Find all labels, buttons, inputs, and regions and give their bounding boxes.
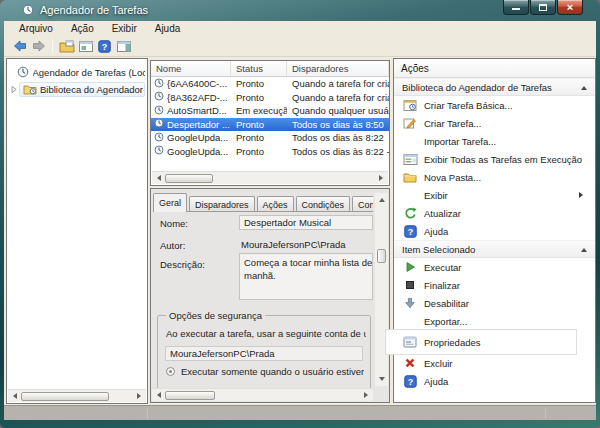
- action-label: Ajuda: [424, 226, 448, 237]
- action-pane-icon[interactable]: [114, 38, 133, 55]
- task-name: {8A362AFD-...: [167, 92, 228, 103]
- menu-acao[interactable]: Ação: [62, 21, 103, 36]
- window-title: Agendador de Tarefas: [40, 0, 148, 21]
- task-name-cell: Despertador ...: [151, 118, 231, 130]
- task-name: {6AA6400C-...: [167, 78, 227, 89]
- scroll-left-icon[interactable]: [152, 172, 165, 185]
- run-when-logged-on-option[interactable]: Executar somente quando o usuário estive…: [166, 366, 364, 377]
- task-row-despertador[interactable]: Despertador ...ProntoTodos os dias às 8:…: [151, 118, 389, 132]
- run-icon: [402, 260, 418, 274]
- menu-ajuda[interactable]: Ajuda: [146, 21, 190, 36]
- column-header-nome[interactable]: Nome: [151, 61, 231, 76]
- action-importar-tarefa[interactable]: Importar Tarefa...: [394, 132, 595, 150]
- action-atualizar[interactable]: Atualizar: [394, 204, 595, 222]
- titlebar[interactable]: Agendador de Tarefas ×: [0, 0, 600, 21]
- collapse-icon[interactable]: [581, 83, 587, 90]
- menu-arquivo[interactable]: Arquivo: [10, 21, 62, 36]
- task-detail-panel: GeralDisparadoresAçõesCondiçõesConfigura…: [150, 188, 390, 403]
- scroll-right-icon[interactable]: [375, 172, 388, 185]
- tree-hscroll-thumb[interactable]: [21, 392, 109, 401]
- task-name-cell: AutoSmartD...: [151, 105, 231, 117]
- author-value: MouraJefersonPC\Prada: [241, 239, 346, 250]
- action-label: Nova Pasta...: [424, 172, 481, 183]
- expander-icon[interactable]: [9, 85, 19, 94]
- action-finalizar[interactable]: Finalizar: [394, 276, 595, 294]
- scroll-up-icon[interactable]: [375, 193, 388, 206]
- action-exportar[interactable]: Exportar...: [394, 312, 595, 330]
- actions-group-biblioteca-do-agendador-de-tarefas[interactable]: Biblioteca do Agendador de Tarefas: [394, 78, 595, 96]
- console-tree-panel: Agendador de Tarefas (Local)Biblioteca d…: [6, 58, 148, 404]
- tree-item-agendador-de-tarefas-local[interactable]: Agendador de Tarefas (Local): [9, 64, 145, 80]
- action-label: Exportar...: [424, 316, 467, 327]
- scroll-left-icon[interactable]: [152, 389, 165, 402]
- task-name: GoogleUpda...: [167, 146, 228, 157]
- task-row-googleupda[interactable]: GoogleUpda...ProntoTodos os dias às 8:22…: [151, 145, 389, 159]
- task-row-8a362afd[interactable]: {8A362AFD-...ProntoQuando a tarefa for c…: [151, 91, 389, 105]
- action-label: Importar Tarefa...: [424, 136, 496, 147]
- security-options-group: Opções de segurança Ao executar a tarefa…: [157, 315, 371, 393]
- action-ajuda[interactable]: ?Ajuda: [394, 222, 595, 240]
- minimize-button[interactable]: [503, 0, 529, 15]
- task-scheduler-window: Agendador de Tarefas × ArquivoAçãoExibir…: [0, 0, 600, 428]
- close-button[interactable]: ×: [557, 0, 583, 15]
- collapse-icon[interactable]: [581, 245, 587, 252]
- account-field: MouraJefersonPC\Prada: [165, 346, 363, 361]
- tree-item-biblioteca-do-agendador[interactable]: Biblioteca do Agendador: [9, 81, 145, 97]
- tree-hscrollbar[interactable]: [8, 389, 146, 402]
- action-propriedades[interactable]: Propriedades: [386, 330, 576, 354]
- maximize-button[interactable]: [530, 0, 556, 15]
- radio-selected-icon[interactable]: [166, 367, 175, 376]
- action-excluir[interactable]: Excluir: [394, 354, 595, 372]
- author-label: Autor:: [160, 240, 185, 251]
- help-icon[interactable]: ?: [95, 38, 114, 55]
- name-label: Nome:: [160, 218, 188, 229]
- actions-group-item-selecionado[interactable]: Item Selecionado: [394, 240, 595, 258]
- action-criar-tarefa[interactable]: Criar Tarefa...: [394, 114, 595, 132]
- task-row-autosmartd[interactable]: AutoSmartD...Em execuçãoQuando qualquer …: [151, 104, 389, 118]
- action-criar-tarefa-basica[interactable]: Criar Tarefa Básica...: [394, 96, 595, 114]
- radio-label: Executar somente quando o usuário estive…: [181, 366, 364, 377]
- column-header-disparadores[interactable]: Disparadores: [287, 61, 389, 76]
- console-window-icon[interactable]: [76, 38, 95, 55]
- action-exibir[interactable]: Exibir: [394, 186, 595, 204]
- clock-icon: [154, 105, 164, 117]
- scroll-right-icon[interactable]: [133, 390, 146, 403]
- action-executar[interactable]: Executar: [394, 258, 595, 276]
- task-row-6aa6400c[interactable]: {6AA6400C-...ProntoQuando a tarefa for c…: [151, 77, 389, 91]
- task-name: Despertador ...: [167, 119, 230, 130]
- task-trigger: Todos os dias às 8:22: [287, 132, 389, 143]
- list-hscroll-thumb[interactable]: [165, 174, 213, 183]
- scroll-down-icon[interactable]: [375, 373, 388, 386]
- action-desabilitar[interactable]: Desabilitar: [394, 294, 595, 312]
- action-exibir-todas-as-tarefas-em-execucao[interactable]: Exibir Todas as Tarefas em Execução: [394, 150, 595, 168]
- task-name-cell: GoogleUpda...: [151, 132, 231, 144]
- task-row-googleupda[interactable]: GoogleUpda...ProntoTodos os dias às 8:22: [151, 131, 389, 145]
- clock-icon: [154, 91, 164, 103]
- app-clock-icon: [22, 4, 35, 17]
- column-header-status[interactable]: Status: [231, 61, 287, 76]
- tab-geral[interactable]: Geral: [153, 193, 187, 212]
- description-line: Começa a tocar minha lista de mú: [240, 256, 372, 269]
- action-label: Propriedades: [424, 337, 481, 348]
- show-console-tree-icon[interactable]: [57, 38, 76, 55]
- tab-configuracoes[interactable]: Configurações: [352, 196, 373, 212]
- action-nova-pasta[interactable]: Nova Pasta...: [394, 168, 595, 186]
- detail-vscroll-thumb[interactable]: [377, 249, 386, 263]
- back-icon[interactable]: [10, 38, 29, 55]
- detail-hscrollbar[interactable]: [152, 388, 373, 401]
- list-hscrollbar[interactable]: [152, 171, 388, 184]
- tab-disparadores[interactable]: Disparadores: [189, 196, 255, 212]
- detail-vscrollbar[interactable]: [375, 193, 388, 386]
- description-label: Descrição:: [160, 259, 205, 270]
- detail-hscroll-thumb[interactable]: [165, 391, 215, 400]
- action-ajuda[interactable]: ?Ajuda: [394, 372, 595, 390]
- clock-icon: [154, 145, 164, 157]
- menu-exibir[interactable]: Exibir: [103, 21, 146, 36]
- tab-acoes[interactable]: Ações: [257, 196, 294, 212]
- scroll-left-icon[interactable]: [8, 390, 21, 403]
- scroll-right-icon[interactable]: [360, 389, 373, 402]
- tab-condicoes[interactable]: Condições: [296, 196, 351, 212]
- client-area: ArquivoAçãoExibirAjuda ? Agendador de Ta…: [4, 21, 596, 420]
- no-icon: [402, 134, 418, 148]
- forward-icon[interactable]: [29, 38, 48, 55]
